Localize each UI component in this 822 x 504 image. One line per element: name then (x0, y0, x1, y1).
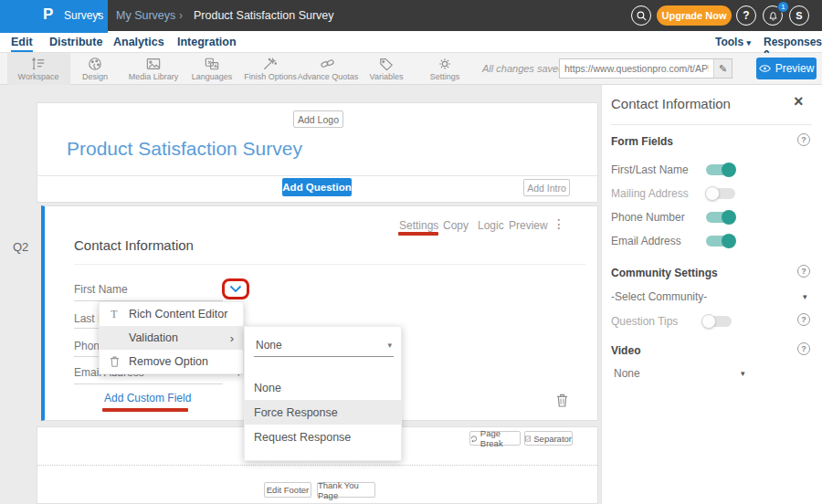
separator-button[interactable]: Separator (524, 431, 573, 446)
caret-down-icon: ▾ (746, 38, 751, 47)
account-avatar[interactable]: S (789, 5, 809, 26)
help-icon[interactable]: ? (797, 133, 810, 146)
pencil-icon: ✎ (719, 63, 727, 75)
product-switcher[interactable]: P Surveys ▾ (0, 0, 108, 31)
field-option-dropdown-annotated[interactable] (222, 278, 249, 299)
toggle-knob (722, 163, 736, 177)
question-settings-panel: Contact Information × Form Fields ? Firs… (601, 85, 822, 504)
design-icon[interactable] (87, 57, 103, 71)
question-action-preview[interactable]: Preview (509, 219, 548, 232)
separator-label: Separator (533, 434, 572, 444)
breadcrumb-separator-icon: › (179, 9, 183, 22)
community-select[interactable]: -Select Community- (611, 290, 707, 303)
preview-button[interactable]: Preview (756, 58, 817, 79)
add-logo-button[interactable]: Add Logo (293, 110, 343, 128)
thank-you-page-button[interactable]: Thank You Page (317, 482, 375, 498)
notification-badge: 1 (777, 1, 789, 13)
menu-item-validation[interactable]: Validation › (100, 326, 243, 350)
variables-icon[interactable] (378, 57, 395, 71)
question-tips-label: Question Tips (611, 315, 678, 328)
menu-item-label: Remove Option (129, 355, 208, 368)
autosave-status: All changes saved (482, 63, 564, 74)
help-button[interactable]: ? (736, 5, 756, 26)
tools-menu[interactable]: Tools ▾ (715, 36, 751, 48)
field-line-email-address (74, 383, 223, 384)
toggle-label-phone-number: Phone Number (611, 211, 685, 224)
toggle-mailing-address[interactable] (706, 188, 735, 199)
eye-icon (759, 64, 771, 73)
close-icon[interactable]: × (794, 92, 804, 111)
caret-down-icon: ▾ (387, 341, 392, 350)
question-title[interactable]: Contact Information (74, 237, 194, 253)
menu-item-rich-content-editor[interactable]: T Rich Content Editor (100, 302, 243, 326)
validation-option-request-response[interactable]: Request Response (245, 425, 401, 449)
question-action-copy[interactable]: Copy (443, 219, 469, 232)
media-library-icon[interactable] (145, 57, 162, 71)
menu-item-remove-option[interactable]: Remove Option (100, 350, 243, 373)
tab-distribute[interactable]: Distribute (49, 36, 102, 48)
tab-analytics[interactable]: Analytics (113, 36, 164, 48)
panel-divider (611, 124, 812, 125)
tab-edit[interactable]: Edit (11, 36, 33, 52)
add-question-button[interactable]: Add Question (282, 178, 352, 196)
help-icon[interactable]: ? (797, 313, 810, 326)
help-glyph: ? (801, 267, 806, 276)
upgrade-now-button[interactable]: Upgrade Now (657, 5, 732, 26)
languages-icon[interactable] (204, 57, 220, 71)
field-option-context-menu: T Rich Content Editor Validation › Remov… (99, 301, 244, 374)
survey-url-input[interactable] (560, 59, 713, 78)
avatar-initial: S (796, 10, 802, 21)
field-label-first-name[interactable]: First Name (74, 283, 128, 296)
help-glyph: ? (801, 344, 806, 353)
validation-select[interactable]: None ▾ (254, 336, 394, 357)
advance-quotas-icon[interactable] (320, 57, 336, 71)
workspace-icon[interactable] (30, 57, 47, 71)
finish-options-icon[interactable] (262, 57, 279, 71)
toolbar-item-settings[interactable]: Settings (410, 72, 480, 81)
tools-label: Tools (715, 36, 743, 48)
settings-icon[interactable] (437, 57, 453, 71)
trash-icon (100, 356, 129, 367)
validation-option-force-response[interactable]: Force Response (245, 400, 401, 425)
caret-down-icon: ▾ (97, 10, 100, 18)
caret-down-icon: ▾ (803, 292, 807, 301)
validation-option-none[interactable]: None (245, 375, 401, 400)
survey-title[interactable]: Product Satisfaction Survey (67, 138, 302, 160)
toggle-label-first-last-name: First/Last Name (611, 163, 689, 176)
upgrade-now-label: Upgrade Now (662, 10, 727, 21)
toggle-knob (722, 234, 736, 248)
question-more-menu[interactable]: ⋮ (553, 216, 565, 231)
help-icon[interactable]: ? (797, 265, 810, 278)
toggle-knob (722, 210, 736, 225)
edit-url-button[interactable]: ✎ (713, 59, 732, 78)
tab-integration[interactable]: Integration (177, 36, 237, 48)
toggle-first-last-name[interactable] (706, 164, 735, 175)
page-break-icon (470, 435, 478, 443)
page-break-button[interactable]: Page Break (469, 431, 521, 446)
notification-count: 1 (781, 3, 785, 11)
help-glyph: ? (801, 135, 806, 144)
question-action-logic[interactable]: Logic (478, 219, 504, 232)
add-intro-button[interactable]: Add Intro (523, 179, 570, 196)
annotation-underline-add-custom-field (102, 408, 188, 412)
main-nav: Edit Distribute Analytics Integration To… (0, 31, 822, 53)
add-custom-field-link[interactable]: Add Custom Field (104, 392, 191, 404)
editor-toolbar: Workspace Design Media Library Languages… (0, 53, 822, 85)
help-icon[interactable]: ? (797, 342, 810, 355)
community-settings-heading: Community Settings (611, 267, 718, 279)
question-action-settings[interactable]: Settings (399, 219, 438, 232)
toggle-question-tips[interactable] (702, 316, 732, 327)
delete-question-button[interactable] (556, 394, 568, 407)
survey-header-card: Add Logo Product Satisfaction Survey Add… (37, 102, 598, 203)
toggle-phone-number[interactable] (706, 212, 735, 223)
toggle-email-address[interactable] (706, 236, 735, 247)
top-header: P Surveys ▾ My Surveys › Product Satisfa… (0, 0, 822, 31)
annotation-underline-settings (398, 232, 438, 236)
panel-title: Contact Information (611, 96, 731, 111)
video-select[interactable]: None (614, 367, 640, 380)
trash-icon (556, 394, 568, 407)
search-button[interactable] (631, 5, 651, 26)
breadcrumb-parent[interactable]: My Surveys (116, 9, 175, 22)
edit-footer-button[interactable]: Edit Footer (264, 482, 311, 498)
breadcrumb-current: Product Satisfaction Survey (194, 9, 334, 22)
